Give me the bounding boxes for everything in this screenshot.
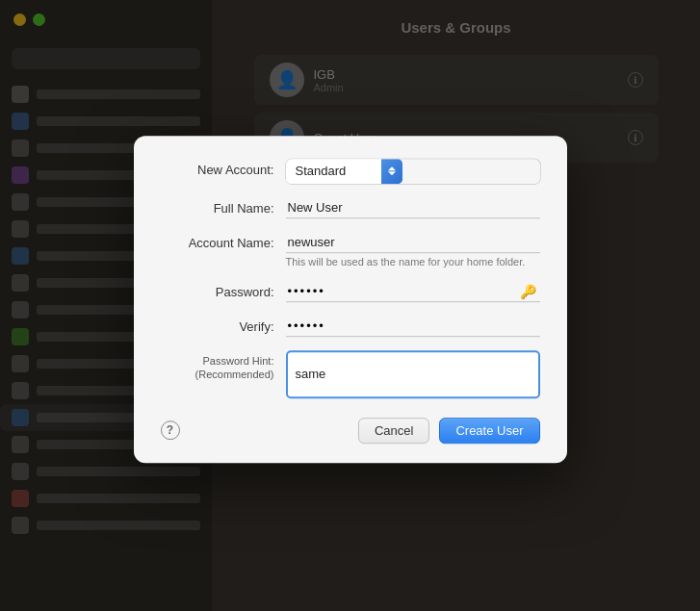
password-hint-label-text: Password Hint: xyxy=(203,355,274,367)
account-name-row: Account Name: This will be used as the n… xyxy=(161,232,540,267)
new-account-select[interactable]: Standard Administrator xyxy=(286,159,382,184)
new-account-control: Standard Administrator xyxy=(286,159,540,184)
full-name-control xyxy=(286,197,540,218)
account-name-hint: This will be used as the name for your h… xyxy=(286,256,540,267)
cancel-button[interactable]: Cancel xyxy=(358,418,429,444)
new-account-row: New Account: Standard Administrator xyxy=(161,159,540,184)
password-hint-row: Password Hint: (Recommended) xyxy=(161,350,540,398)
help-button[interactable]: ? xyxy=(161,420,180,440)
new-account-select-wrapper[interactable]: Standard Administrator xyxy=(286,159,540,184)
verify-label: Verify: xyxy=(161,316,286,336)
arrow-up-icon xyxy=(388,166,396,170)
verify-input[interactable] xyxy=(286,316,540,337)
new-user-dialog: New Account: Standard Administrator Full… xyxy=(134,136,567,463)
password-input[interactable] xyxy=(286,281,540,302)
password-control: 🔑 xyxy=(286,281,540,302)
footer-buttons: Cancel Create User xyxy=(358,418,540,444)
account-name-control: This will be used as the name for your h… xyxy=(286,232,540,267)
verify-control xyxy=(286,316,540,337)
password-wrapper: 🔑 xyxy=(286,281,540,302)
password-hint-control xyxy=(286,350,540,398)
new-account-label: New Account: xyxy=(161,159,286,179)
account-name-label: Account Name: xyxy=(161,232,286,252)
account-name-input[interactable] xyxy=(286,232,540,253)
password-label: Password: xyxy=(161,281,286,301)
password-hint-label: Password Hint: (Recommended) xyxy=(161,350,286,382)
full-name-label: Full Name: xyxy=(161,197,286,217)
full-name-row: Full Name: xyxy=(161,197,540,218)
full-name-input[interactable] xyxy=(286,197,540,218)
create-user-button[interactable]: Create User xyxy=(439,418,539,444)
verify-row: Verify: xyxy=(161,316,540,337)
dialog-footer: ? Cancel Create User xyxy=(161,418,540,444)
password-row: Password: 🔑 xyxy=(161,281,540,302)
password-key-icon[interactable]: 🔑 xyxy=(520,284,536,299)
select-arrow-button[interactable] xyxy=(381,159,402,184)
password-hint-input[interactable] xyxy=(286,350,540,398)
arrow-down-icon xyxy=(388,171,396,175)
password-hint-sublabel: (Recommended) xyxy=(195,369,274,380)
